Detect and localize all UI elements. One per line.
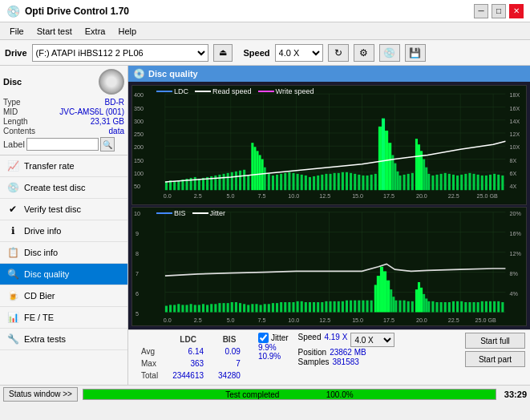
- sidebar-item-drive-info[interactable]: ℹ Drive info: [0, 220, 127, 242]
- maximize-button[interactable]: □: [492, 4, 506, 18]
- svg-rect-189: [309, 302, 311, 312]
- ldc-legend-item: LDC: [156, 87, 188, 95]
- close-button[interactable]: ✕: [509, 4, 524, 18]
- sidebar: Disc Type BD-R MID JVC-AMS6L (001) Lengt…: [0, 66, 128, 385]
- svg-rect-89: [425, 168, 427, 190]
- stats-area: LDC BIS Avg 6.14 0.09 Max 363 7 Total 23…: [128, 329, 530, 385]
- sidebar-item-fe-te[interactable]: 📊 FE / TE: [0, 307, 127, 329]
- save-button[interactable]: 💾: [405, 44, 426, 62]
- disc-button[interactable]: 💿: [379, 44, 400, 62]
- sidebar-item-transfer-rate-label: Transfer rate: [24, 161, 75, 171]
- chart2-legend: BIS Jitter: [156, 209, 225, 217]
- svg-text:8X: 8X: [510, 158, 517, 164]
- drive-selector[interactable]: (F:) ATAPI iHBS112 2 PL06: [32, 44, 208, 62]
- svg-text:15.0: 15.0: [352, 316, 363, 323]
- sidebar-item-create-test-disc[interactable]: 💿 Create test disc: [0, 177, 127, 199]
- svg-rect-84: [411, 173, 414, 190]
- svg-text:16%: 16%: [510, 229, 522, 236]
- svg-text:4X: 4X: [510, 184, 517, 190]
- svg-rect-64: [338, 173, 340, 190]
- svg-text:250: 250: [134, 131, 144, 138]
- jitter-max-value: 10.9%: [258, 352, 281, 361]
- jitter-checkbox[interactable]: [258, 333, 269, 343]
- minimize-button[interactable]: ─: [474, 4, 488, 18]
- svg-rect-218: [418, 282, 420, 312]
- svg-rect-207: [380, 266, 383, 312]
- svg-rect-82: [403, 175, 406, 190]
- menu-extra[interactable]: Extra: [79, 25, 112, 38]
- sidebar-item-transfer-rate[interactable]: 📈 Transfer rate: [0, 155, 127, 177]
- svg-rect-60: [321, 175, 323, 190]
- svg-text:0.0: 0.0: [164, 193, 172, 200]
- svg-rect-55: [301, 175, 303, 190]
- svg-rect-161: [194, 305, 196, 312]
- svg-rect-68: [354, 174, 356, 190]
- svg-rect-210: [390, 289, 392, 312]
- sidebar-item-verify-test-disc[interactable]: ✔ Verify test disc: [0, 199, 127, 220]
- toolbar: Drive (F:) ATAPI iHBS112 2 PL06 ⏏ Speed …: [0, 40, 530, 66]
- disc-type-row: Type BD-R: [3, 98, 124, 107]
- svg-rect-65: [342, 172, 344, 190]
- sidebar-item-verify-test-disc-label: Verify test disc: [24, 204, 81, 214]
- stats-max-ldc: 363: [166, 358, 210, 369]
- svg-rect-214: [403, 300, 406, 312]
- refresh-button[interactable]: ↻: [328, 44, 349, 62]
- svg-rect-205: [374, 285, 377, 312]
- svg-rect-73: [374, 174, 377, 190]
- svg-rect-215: [407, 301, 410, 312]
- disc-label-button[interactable]: 🔍: [100, 137, 115, 151]
- svg-rect-201: [358, 300, 360, 312]
- ldc-legend-label: LDC: [174, 87, 188, 95]
- status-window-button[interactable]: Status window >>: [3, 387, 78, 402]
- svg-rect-181: [276, 303, 278, 312]
- speed-select-inline[interactable]: 4.0 X: [350, 333, 394, 347]
- sidebar-item-disc-quality[interactable]: 🔍 Disc quality: [0, 264, 127, 285]
- svg-rect-230: [460, 301, 463, 312]
- sidebar-item-disc-info[interactable]: 📋 Disc info: [0, 242, 127, 264]
- extra-tests-icon: 🔧: [6, 333, 19, 345]
- samples-label: Samples: [298, 357, 330, 366]
- svg-rect-223: [431, 301, 434, 312]
- sidebar-item-extra-tests[interactable]: 🔧 Extra tests: [0, 329, 127, 350]
- svg-rect-162: [198, 305, 200, 312]
- stats-avg-bis: 0.09: [212, 346, 247, 357]
- svg-rect-217: [415, 289, 418, 312]
- svg-rect-182: [280, 302, 282, 312]
- sidebar-item-extra-tests-label: Extra tests: [24, 334, 66, 344]
- speed-label: Speed: [244, 48, 270, 58]
- svg-rect-178: [264, 304, 266, 312]
- svg-rect-74: [378, 127, 382, 190]
- disc-type-label: Type: [3, 98, 21, 107]
- menu-file[interactable]: File: [3, 25, 30, 38]
- settings-button[interactable]: ⚙: [354, 44, 374, 62]
- svg-rect-98: [460, 175, 463, 190]
- svg-rect-47: [268, 174, 270, 190]
- disc-label-input[interactable]: [26, 138, 99, 151]
- svg-text:7: 7: [136, 269, 139, 277]
- speed-selector[interactable]: 4.0 X: [275, 44, 323, 62]
- disc-header: Disc: [3, 69, 124, 95]
- speed-value: 4.19 X: [324, 333, 347, 347]
- svg-rect-192: [321, 302, 323, 312]
- svg-rect-239: [497, 301, 500, 312]
- svg-rect-72: [370, 175, 373, 190]
- sidebar-item-cd-bier[interactable]: 🍺 CD Bier: [0, 285, 127, 307]
- svg-rect-37: [235, 172, 237, 190]
- stats-table: LDC BIS Avg 6.14 0.09 Max 363 7 Total 23…: [133, 333, 249, 382]
- disc-section: Disc Type BD-R MID JVC-AMS6L (001) Lengt…: [0, 66, 127, 155]
- status-text: Test completed: [225, 390, 279, 399]
- svg-rect-222: [427, 301, 430, 312]
- svg-rect-92: [435, 175, 438, 190]
- verify-test-disc-icon: ✔: [6, 203, 19, 216]
- menu-help[interactable]: Help: [111, 25, 143, 38]
- svg-rect-236: [485, 301, 488, 312]
- start-part-button[interactable]: Start part: [465, 351, 525, 367]
- menu-start-test[interactable]: Start test: [30, 25, 79, 38]
- sidebar-item-cd-bier-label: CD Bier: [24, 291, 55, 301]
- eject-button[interactable]: ⏏: [213, 44, 233, 62]
- svg-rect-54: [297, 174, 299, 190]
- jitter-section: Jitter 9.9% 10.9%: [258, 333, 289, 361]
- start-full-button[interactable]: Start full: [465, 333, 525, 349]
- create-test-disc-icon: 💿: [6, 181, 19, 194]
- svg-rect-190: [313, 302, 315, 312]
